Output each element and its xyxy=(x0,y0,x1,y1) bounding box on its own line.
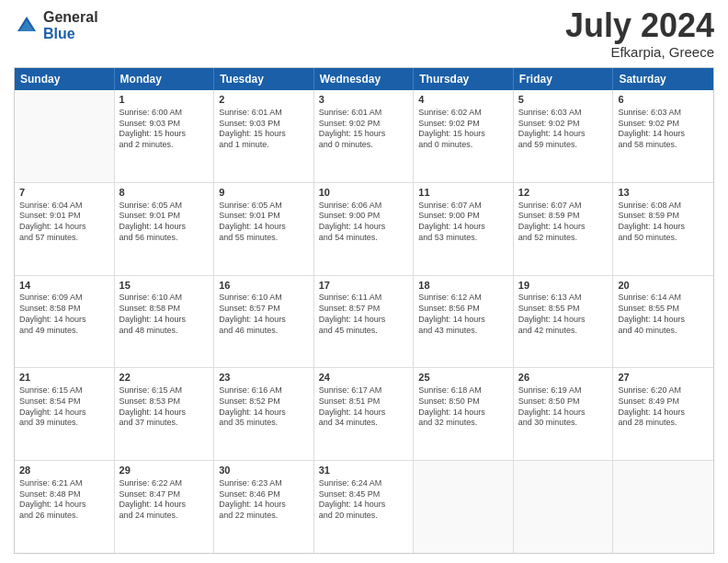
day-cell-4: 4Sunrise: 6:02 AM Sunset: 9:02 PM Daylig… xyxy=(414,90,514,182)
title-block: July 2024 Efkarpia, Greece xyxy=(565,9,714,60)
day-cell-9: 9Sunrise: 6:05 AM Sunset: 9:01 PM Daylig… xyxy=(214,183,314,275)
day-number-29: 29 xyxy=(119,464,210,477)
day-number-7: 7 xyxy=(19,186,109,200)
day-info-5: Sunrise: 6:03 AM Sunset: 9:02 PM Dayligh… xyxy=(518,108,609,151)
day-number-24: 24 xyxy=(319,371,409,385)
day-number-31: 31 xyxy=(319,464,409,477)
header: General Blue July 2024 Efkarpia, Greece xyxy=(14,9,714,60)
day-cell-25: 25Sunrise: 6:18 AM Sunset: 8:50 PM Dayli… xyxy=(414,368,514,460)
day-number-26: 26 xyxy=(518,371,609,385)
day-number-5: 5 xyxy=(518,93,609,107)
day-info-2: Sunrise: 6:01 AM Sunset: 9:03 PM Dayligh… xyxy=(219,108,309,151)
day-cell-24: 24Sunrise: 6:17 AM Sunset: 8:51 PM Dayli… xyxy=(314,368,415,460)
day-number-14: 14 xyxy=(19,279,109,293)
day-number-8: 8 xyxy=(119,186,210,200)
day-number-13: 13 xyxy=(618,186,709,200)
calendar-body: 1Sunrise: 6:00 AM Sunset: 9:03 PM Daylig… xyxy=(15,90,713,553)
day-number-10: 10 xyxy=(319,186,409,200)
header-thursday: Thursday xyxy=(414,68,514,90)
day-cell-1: 1Sunrise: 6:00 AM Sunset: 9:03 PM Daylig… xyxy=(115,90,215,182)
day-info-6: Sunrise: 6:03 AM Sunset: 9:02 PM Dayligh… xyxy=(618,108,709,151)
day-cell-26: 26Sunrise: 6:19 AM Sunset: 8:50 PM Dayli… xyxy=(514,368,614,460)
day-info-21: Sunrise: 6:15 AM Sunset: 8:54 PM Dayligh… xyxy=(19,385,109,429)
day-info-9: Sunrise: 6:05 AM Sunset: 9:01 PM Dayligh… xyxy=(219,201,309,244)
day-info-10: Sunrise: 6:06 AM Sunset: 9:00 PM Dayligh… xyxy=(319,201,409,244)
day-cell-28: 28Sunrise: 6:21 AM Sunset: 8:48 PM Dayli… xyxy=(15,461,115,553)
day-info-31: Sunrise: 6:24 AM Sunset: 8:45 PM Dayligh… xyxy=(319,478,409,522)
day-info-7: Sunrise: 6:04 AM Sunset: 9:01 PM Dayligh… xyxy=(19,201,109,244)
day-number-6: 6 xyxy=(618,93,709,107)
day-info-23: Sunrise: 6:16 AM Sunset: 8:52 PM Dayligh… xyxy=(219,385,309,429)
day-number-28: 28 xyxy=(19,464,109,477)
day-info-11: Sunrise: 6:07 AM Sunset: 9:00 PM Dayligh… xyxy=(418,201,508,244)
day-cell-10: 10Sunrise: 6:06 AM Sunset: 9:00 PM Dayli… xyxy=(314,183,415,275)
day-number-9: 9 xyxy=(219,186,309,200)
day-number-20: 20 xyxy=(618,279,709,293)
empty-cell-4-4 xyxy=(414,461,514,553)
week-row-2: 14Sunrise: 6:09 AM Sunset: 8:58 PM Dayli… xyxy=(15,275,713,368)
day-cell-23: 23Sunrise: 6:16 AM Sunset: 8:52 PM Dayli… xyxy=(214,368,314,460)
calendar-header: Sunday Monday Tuesday Wednesday Thursday… xyxy=(15,68,713,90)
day-cell-7: 7Sunrise: 6:04 AM Sunset: 9:01 PM Daylig… xyxy=(15,183,115,275)
day-cell-5: 5Sunrise: 6:03 AM Sunset: 9:02 PM Daylig… xyxy=(514,90,614,182)
day-info-18: Sunrise: 6:12 AM Sunset: 8:56 PM Dayligh… xyxy=(418,293,508,336)
calendar: Sunday Monday Tuesday Wednesday Thursday… xyxy=(14,67,714,554)
day-cell-22: 22Sunrise: 6:15 AM Sunset: 8:53 PM Dayli… xyxy=(115,368,215,460)
day-cell-20: 20Sunrise: 6:14 AM Sunset: 8:55 PM Dayli… xyxy=(613,276,713,368)
day-cell-31: 31Sunrise: 6:24 AM Sunset: 8:45 PM Dayli… xyxy=(314,461,415,553)
day-info-4: Sunrise: 6:02 AM Sunset: 9:02 PM Dayligh… xyxy=(418,108,508,151)
day-info-12: Sunrise: 6:07 AM Sunset: 8:59 PM Dayligh… xyxy=(518,201,609,244)
day-number-12: 12 xyxy=(518,186,609,200)
empty-cell-4-5 xyxy=(514,461,614,553)
logo-text: General Blue xyxy=(43,9,98,41)
day-info-22: Sunrise: 6:15 AM Sunset: 8:53 PM Dayligh… xyxy=(119,385,210,429)
empty-cell-0-0 xyxy=(15,90,115,182)
day-info-30: Sunrise: 6:23 AM Sunset: 8:46 PM Dayligh… xyxy=(219,478,309,522)
day-cell-21: 21Sunrise: 6:15 AM Sunset: 8:54 PM Dayli… xyxy=(15,368,115,460)
day-info-29: Sunrise: 6:22 AM Sunset: 8:47 PM Dayligh… xyxy=(119,478,210,522)
day-info-3: Sunrise: 6:01 AM Sunset: 9:02 PM Dayligh… xyxy=(319,108,409,151)
title-location: Efkarpia, Greece xyxy=(565,44,714,60)
day-cell-12: 12Sunrise: 6:07 AM Sunset: 8:59 PM Dayli… xyxy=(514,183,614,275)
page: General Blue July 2024 Efkarpia, Greece … xyxy=(0,0,728,563)
header-saturday: Saturday xyxy=(613,68,713,90)
logo-blue-label: Blue xyxy=(43,26,98,42)
day-cell-11: 11Sunrise: 6:07 AM Sunset: 9:00 PM Dayli… xyxy=(414,183,514,275)
day-info-1: Sunrise: 6:00 AM Sunset: 9:03 PM Dayligh… xyxy=(119,108,210,151)
week-row-0: 1Sunrise: 6:00 AM Sunset: 9:03 PM Daylig… xyxy=(15,90,713,182)
day-cell-2: 2Sunrise: 6:01 AM Sunset: 9:03 PM Daylig… xyxy=(214,90,314,182)
logo-general-label: General xyxy=(43,9,98,26)
day-info-28: Sunrise: 6:21 AM Sunset: 8:48 PM Dayligh… xyxy=(19,478,109,522)
day-info-20: Sunrise: 6:14 AM Sunset: 8:55 PM Dayligh… xyxy=(618,293,709,336)
week-row-4: 28Sunrise: 6:21 AM Sunset: 8:48 PM Dayli… xyxy=(15,460,713,553)
day-number-3: 3 xyxy=(319,93,409,107)
day-cell-19: 19Sunrise: 6:13 AM Sunset: 8:55 PM Dayli… xyxy=(514,276,614,368)
day-number-19: 19 xyxy=(518,279,609,293)
day-number-22: 22 xyxy=(119,371,210,385)
day-cell-3: 3Sunrise: 6:01 AM Sunset: 9:02 PM Daylig… xyxy=(314,90,415,182)
day-number-18: 18 xyxy=(418,279,508,293)
header-sunday: Sunday xyxy=(15,68,115,90)
day-cell-16: 16Sunrise: 6:10 AM Sunset: 8:57 PM Dayli… xyxy=(214,276,314,368)
day-cell-30: 30Sunrise: 6:23 AM Sunset: 8:46 PM Dayli… xyxy=(214,461,314,553)
day-cell-27: 27Sunrise: 6:20 AM Sunset: 8:49 PM Dayli… xyxy=(613,368,713,460)
day-cell-18: 18Sunrise: 6:12 AM Sunset: 8:56 PM Dayli… xyxy=(414,276,514,368)
day-number-25: 25 xyxy=(418,371,508,385)
day-cell-15: 15Sunrise: 6:10 AM Sunset: 8:58 PM Dayli… xyxy=(115,276,215,368)
day-info-26: Sunrise: 6:19 AM Sunset: 8:50 PM Dayligh… xyxy=(518,385,609,429)
day-number-27: 27 xyxy=(618,371,709,385)
day-number-11: 11 xyxy=(418,186,508,200)
day-cell-29: 29Sunrise: 6:22 AM Sunset: 8:47 PM Dayli… xyxy=(115,461,215,553)
day-number-17: 17 xyxy=(319,279,409,293)
day-number-15: 15 xyxy=(119,279,210,293)
day-info-13: Sunrise: 6:08 AM Sunset: 8:59 PM Dayligh… xyxy=(618,201,709,244)
logo: General Blue xyxy=(14,9,98,41)
day-number-4: 4 xyxy=(418,93,508,107)
day-cell-8: 8Sunrise: 6:05 AM Sunset: 9:01 PM Daylig… xyxy=(115,183,215,275)
day-info-19: Sunrise: 6:13 AM Sunset: 8:55 PM Dayligh… xyxy=(518,293,609,336)
day-info-17: Sunrise: 6:11 AM Sunset: 8:57 PM Dayligh… xyxy=(319,293,409,336)
week-row-1: 7Sunrise: 6:04 AM Sunset: 9:01 PM Daylig… xyxy=(15,182,713,275)
empty-cell-4-6 xyxy=(613,461,713,553)
day-info-27: Sunrise: 6:20 AM Sunset: 8:49 PM Dayligh… xyxy=(618,385,709,429)
week-row-3: 21Sunrise: 6:15 AM Sunset: 8:54 PM Dayli… xyxy=(15,367,713,460)
